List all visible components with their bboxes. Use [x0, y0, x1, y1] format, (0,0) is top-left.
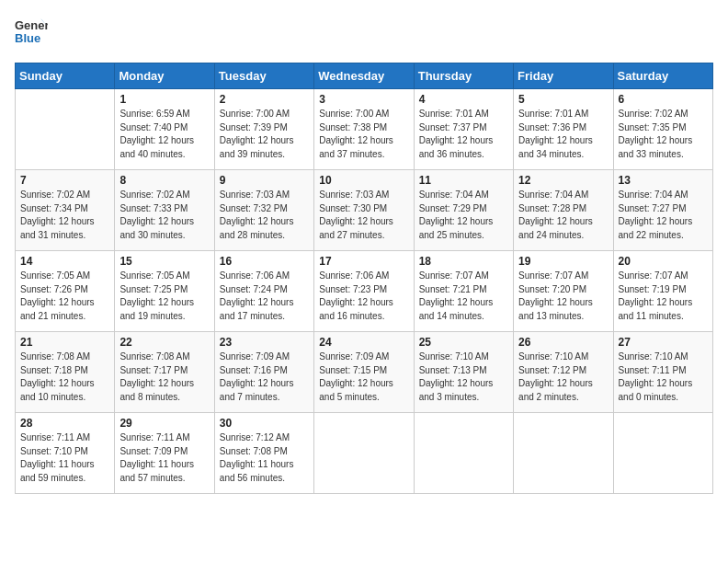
day-info: Sunrise: 7:08 AM Sunset: 7:18 PM Dayligh… — [20, 350, 109, 404]
day-cell: 22Sunrise: 7:08 AM Sunset: 7:17 PM Dayli… — [115, 332, 214, 413]
day-info: Sunrise: 7:03 AM Sunset: 7:30 PM Dayligh… — [319, 189, 408, 242]
day-cell: 24Sunrise: 7:09 AM Sunset: 7:15 PM Dayli… — [314, 332, 414, 413]
day-cell: 13Sunrise: 7:04 AM Sunset: 7:27 PM Dayli… — [613, 170, 712, 251]
day-cell: 19Sunrise: 7:07 AM Sunset: 7:20 PM Dayli… — [514, 251, 613, 332]
day-info: Sunrise: 7:07 AM Sunset: 7:20 PM Dayligh… — [518, 270, 608, 323]
day-header-sunday: Sunday — [16, 63, 115, 89]
page-header: General Blue — [15, 15, 713, 52]
day-info: Sunrise: 7:00 AM Sunset: 7:39 PM Dayligh… — [220, 108, 309, 161]
day-cell: 6Sunrise: 7:02 AM Sunset: 7:35 PM Daylig… — [613, 89, 712, 170]
day-info: Sunrise: 6:59 AM Sunset: 7:40 PM Dayligh… — [119, 108, 209, 161]
day-cell: 25Sunrise: 7:10 AM Sunset: 7:13 PM Dayli… — [414, 332, 513, 413]
day-info: Sunrise: 7:02 AM Sunset: 7:34 PM Dayligh… — [20, 189, 109, 242]
day-cell — [314, 413, 414, 494]
day-info: Sunrise: 7:10 AM Sunset: 7:11 PM Dayligh… — [619, 350, 708, 404]
day-number: 26 — [518, 336, 608, 349]
day-info: Sunrise: 7:09 AM Sunset: 7:16 PM Dayligh… — [220, 350, 309, 404]
day-number: 13 — [619, 174, 708, 187]
day-number: 24 — [319, 336, 408, 349]
day-number: 1 — [119, 93, 209, 106]
week-row-4: 21Sunrise: 7:08 AM Sunset: 7:18 PM Dayli… — [16, 332, 713, 413]
day-number: 30 — [220, 417, 309, 430]
logo: General Blue — [15, 15, 51, 52]
day-info: Sunrise: 7:06 AM Sunset: 7:24 PM Dayligh… — [220, 270, 309, 323]
day-cell: 9Sunrise: 7:03 AM Sunset: 7:32 PM Daylig… — [214, 170, 313, 251]
day-info: Sunrise: 7:11 AM Sunset: 7:10 PM Dayligh… — [20, 431, 109, 485]
day-info: Sunrise: 7:03 AM Sunset: 7:32 PM Dayligh… — [220, 189, 309, 242]
day-cell: 18Sunrise: 7:07 AM Sunset: 7:21 PM Dayli… — [414, 251, 513, 332]
day-header-thursday: Thursday — [414, 63, 513, 89]
day-cell: 29Sunrise: 7:11 AM Sunset: 7:09 PM Dayli… — [115, 413, 214, 494]
day-number: 18 — [419, 255, 508, 268]
logo-symbol: General Blue — [15, 15, 48, 52]
day-cell: 14Sunrise: 7:05 AM Sunset: 7:26 PM Dayli… — [16, 251, 115, 332]
day-cell: 8Sunrise: 7:02 AM Sunset: 7:33 PM Daylig… — [115, 170, 214, 251]
day-cell: 27Sunrise: 7:10 AM Sunset: 7:11 PM Dayli… — [613, 332, 712, 413]
day-info: Sunrise: 7:10 AM Sunset: 7:13 PM Dayligh… — [419, 350, 508, 404]
day-info: Sunrise: 7:10 AM Sunset: 7:12 PM Dayligh… — [518, 350, 608, 404]
day-info: Sunrise: 7:05 AM Sunset: 7:25 PM Dayligh… — [119, 270, 209, 323]
day-number: 9 — [220, 174, 309, 187]
day-number: 10 — [319, 174, 408, 187]
day-number: 27 — [619, 336, 708, 349]
week-row-3: 14Sunrise: 7:05 AM Sunset: 7:26 PM Dayli… — [16, 251, 713, 332]
svg-text:General: General — [15, 18, 48, 32]
day-cell — [414, 413, 513, 494]
day-cell: 17Sunrise: 7:06 AM Sunset: 7:23 PM Dayli… — [314, 251, 414, 332]
day-number: 3 — [319, 93, 408, 106]
day-number: 29 — [119, 417, 209, 430]
day-cell: 2Sunrise: 7:00 AM Sunset: 7:39 PM Daylig… — [214, 89, 313, 170]
day-cell: 23Sunrise: 7:09 AM Sunset: 7:16 PM Dayli… — [214, 332, 313, 413]
day-info: Sunrise: 7:04 AM Sunset: 7:29 PM Dayligh… — [419, 189, 508, 242]
day-cell: 3Sunrise: 7:00 AM Sunset: 7:38 PM Daylig… — [314, 89, 414, 170]
day-number: 20 — [619, 255, 708, 268]
day-info: Sunrise: 7:02 AM Sunset: 7:35 PM Dayligh… — [619, 108, 708, 161]
day-cell: 20Sunrise: 7:07 AM Sunset: 7:19 PM Dayli… — [613, 251, 712, 332]
day-header-monday: Monday — [115, 63, 214, 89]
day-number: 7 — [20, 174, 109, 187]
day-cell — [514, 413, 613, 494]
day-info: Sunrise: 7:05 AM Sunset: 7:26 PM Dayligh… — [20, 270, 109, 323]
day-info: Sunrise: 7:07 AM Sunset: 7:19 PM Dayligh… — [619, 270, 708, 323]
day-header-wednesday: Wednesday — [314, 63, 414, 89]
day-header-tuesday: Tuesday — [214, 63, 313, 89]
day-cell: 28Sunrise: 7:11 AM Sunset: 7:10 PM Dayli… — [16, 413, 115, 494]
day-number: 6 — [619, 93, 708, 106]
day-cell: 26Sunrise: 7:10 AM Sunset: 7:12 PM Dayli… — [514, 332, 613, 413]
day-cell — [16, 89, 115, 170]
day-cell: 1Sunrise: 6:59 AM Sunset: 7:40 PM Daylig… — [115, 89, 214, 170]
day-cell: 10Sunrise: 7:03 AM Sunset: 7:30 PM Dayli… — [314, 170, 414, 251]
day-cell: 30Sunrise: 7:12 AM Sunset: 7:08 PM Dayli… — [214, 413, 313, 494]
day-number: 17 — [319, 255, 408, 268]
day-header-row: SundayMondayTuesdayWednesdayThursdayFrid… — [16, 63, 713, 89]
day-cell: 21Sunrise: 7:08 AM Sunset: 7:18 PM Dayli… — [16, 332, 115, 413]
day-cell: 11Sunrise: 7:04 AM Sunset: 7:29 PM Dayli… — [414, 170, 513, 251]
day-info: Sunrise: 7:08 AM Sunset: 7:17 PM Dayligh… — [119, 350, 209, 404]
day-info: Sunrise: 7:11 AM Sunset: 7:09 PM Dayligh… — [119, 431, 209, 485]
day-info: Sunrise: 7:04 AM Sunset: 7:27 PM Dayligh… — [619, 189, 708, 242]
day-info: Sunrise: 7:06 AM Sunset: 7:23 PM Dayligh… — [319, 270, 408, 323]
day-number: 23 — [220, 336, 309, 349]
day-info: Sunrise: 7:01 AM Sunset: 7:36 PM Dayligh… — [518, 108, 608, 161]
day-number: 2 — [220, 93, 309, 106]
day-number: 28 — [20, 417, 109, 430]
day-info: Sunrise: 7:04 AM Sunset: 7:28 PM Dayligh… — [518, 189, 608, 242]
calendar-table: SundayMondayTuesdayWednesdayThursdayFrid… — [15, 63, 713, 494]
day-number: 25 — [419, 336, 508, 349]
week-row-2: 7Sunrise: 7:02 AM Sunset: 7:34 PM Daylig… — [16, 170, 713, 251]
day-number: 11 — [419, 174, 508, 187]
day-info: Sunrise: 7:00 AM Sunset: 7:38 PM Dayligh… — [319, 108, 408, 161]
day-number: 22 — [119, 336, 209, 349]
day-number: 5 — [518, 93, 608, 106]
day-cell: 4Sunrise: 7:01 AM Sunset: 7:37 PM Daylig… — [414, 89, 513, 170]
day-number: 21 — [20, 336, 109, 349]
day-number: 12 — [518, 174, 608, 187]
week-row-5: 28Sunrise: 7:11 AM Sunset: 7:10 PM Dayli… — [16, 413, 713, 494]
day-info: Sunrise: 7:01 AM Sunset: 7:37 PM Dayligh… — [419, 108, 508, 161]
day-number: 4 — [419, 93, 508, 106]
day-info: Sunrise: 7:12 AM Sunset: 7:08 PM Dayligh… — [220, 431, 309, 485]
day-cell — [613, 413, 712, 494]
svg-text:Blue: Blue — [15, 31, 40, 45]
week-row-1: 1Sunrise: 6:59 AM Sunset: 7:40 PM Daylig… — [16, 89, 713, 170]
day-number: 15 — [119, 255, 209, 268]
